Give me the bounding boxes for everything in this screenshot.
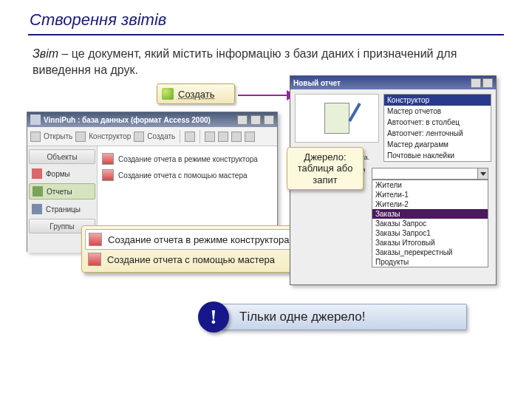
report-type-item[interactable]: Автоотчет: ленточный	[384, 128, 491, 139]
list-item-label: Создание отчета в режиме конструктора	[118, 155, 258, 163]
report-type-item[interactable]: Мастер отчетов	[384, 106, 491, 117]
report-type-item[interactable]: Мастер диаграмм	[384, 139, 491, 150]
list-item[interactable]: Создание отчета в режиме конструктора	[100, 151, 274, 167]
source-item[interactable]: Жители-1	[372, 190, 488, 200]
zoom-item-label: Создание отчета в режиме конструктора	[108, 234, 290, 245]
new-report-titlebar: Новый отчет	[290, 76, 496, 89]
sidebar-header[interactable]: Объекты	[29, 149, 95, 164]
zoom-item[interactable]: Создание отчета в режиме конструктора	[85, 229, 311, 250]
preview-image	[295, 94, 379, 143]
report-type-list[interactable]: Конструктор Мастер отчетов Автоотчет: в …	[383, 94, 491, 162]
create-icon	[134, 132, 144, 142]
wizard-icon	[102, 153, 114, 165]
new-report-title: Новый отчет	[293, 79, 341, 87]
alert-text: Тільки одне джерело!	[239, 310, 366, 324]
close-button[interactable]	[264, 115, 274, 125]
maximize-button[interactable]	[250, 115, 261, 125]
wizard-icon	[88, 253, 101, 266]
source-item[interactable]: Жители	[372, 180, 488, 190]
title-underline	[28, 34, 504, 35]
slide-title: Створення звітів	[0, 0, 532, 33]
report-type-item[interactable]: Почтовые наклейки	[384, 150, 491, 161]
source-combo[interactable]	[372, 168, 488, 180]
sidebar-item-pages[interactable]: Страницы	[29, 201, 95, 217]
open-label[interactable]: Открыть	[44, 132, 72, 140]
source-item[interactable]: Заказы_перекрестный	[372, 248, 488, 257]
source-item[interactable]: Продукты	[372, 257, 488, 267]
sidebar-item-forms[interactable]: Формы	[29, 166, 95, 182]
source-item[interactable]: Заказы Запрос1	[372, 228, 488, 238]
sidebar-item-reports[interactable]: Отчеты	[29, 183, 95, 200]
pages-icon	[32, 204, 42, 214]
small-icons-icon[interactable]	[218, 132, 228, 142]
close-button[interactable]	[482, 78, 493, 88]
arrow-line	[238, 95, 290, 96]
source-dropdown-list[interactable]: Жители Жители-1 Жители-2 Заказы Заказы З…	[372, 180, 488, 267]
report-type-item[interactable]: Автоотчет: в столбец	[384, 117, 491, 128]
term: Звіт	[33, 47, 58, 60]
design-label[interactable]: Конструктор	[89, 132, 131, 140]
delete-icon[interactable]	[185, 132, 195, 142]
new-icon	[162, 88, 174, 100]
zoom-item-label: Создание отчета с помощью мастера	[107, 254, 275, 265]
alert-banner: ! Тільки одне джерело!	[201, 304, 467, 330]
zoom-item[interactable]: Создание отчета с помощью мастера	[85, 250, 311, 269]
sidebar-item-label: Формы	[46, 170, 70, 178]
db-icon	[30, 115, 41, 125]
large-icons-icon[interactable]	[205, 132, 215, 142]
list-item-label: Создание отчета с помощью мастера	[118, 171, 248, 180]
minimize-button[interactable]	[237, 115, 248, 125]
wizard-icon	[89, 233, 102, 246]
list-icon[interactable]	[231, 132, 242, 142]
wizard-icon	[102, 169, 114, 181]
source-item[interactable]: Заказы Итоговый	[372, 238, 488, 248]
details-icon[interactable]	[245, 132, 255, 142]
report-type-item[interactable]: Конструктор	[384, 95, 491, 106]
canvas: Создать VinniPuh : база данных (формат A…	[0, 82, 532, 363]
sidebar-item-label: Страницы	[46, 205, 81, 214]
db-toolbar: Открыть Конструктор Создать	[27, 127, 277, 146]
zoom-popup: Создание отчета в режиме конструктора Со…	[81, 225, 315, 273]
source-callout: Джерело: таблиця або запит	[287, 147, 364, 190]
create-button-label: Создать	[178, 89, 214, 100]
create-label[interactable]: Создать	[147, 132, 175, 140]
chevron-down-icon[interactable]	[477, 168, 488, 179]
open-icon	[30, 132, 41, 142]
sidebar-item-label: Отчеты	[47, 188, 72, 196]
list-item[interactable]: Создание отчета с помощью мастера	[100, 167, 274, 183]
source-item[interactable]: Заказы Запрос	[372, 219, 488, 228]
definition-rest: – це документ, який містить інформацію з…	[33, 47, 457, 76]
create-button[interactable]: Создать	[157, 83, 235, 104]
reports-icon	[33, 186, 43, 197]
help-button[interactable]	[471, 78, 481, 88]
source-item[interactable]: Жители-2	[372, 200, 488, 209]
exclamation-icon: !	[198, 301, 229, 332]
forms-icon	[32, 168, 42, 179]
design-icon	[75, 132, 86, 142]
db-window-title: VinniPuh : база данных (формат Access 20…	[44, 116, 211, 124]
db-window-titlebar: VinniPuh : база данных (формат Access 20…	[27, 112, 277, 127]
source-item[interactable]: Заказы	[372, 209, 488, 219]
